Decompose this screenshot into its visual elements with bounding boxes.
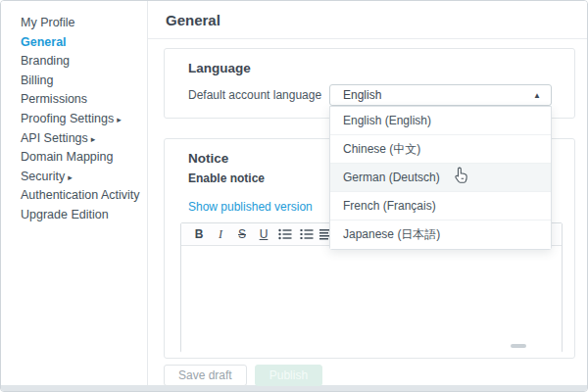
underline-button[interactable]: U: [254, 225, 273, 244]
language-option-german[interactable]: German (Deutsch): [330, 164, 551, 192]
submenu-arrow-icon: ▸: [91, 134, 96, 144]
sidebar-item-my-profile[interactable]: My Profile: [1, 14, 147, 33]
sidebar-item-general[interactable]: General: [1, 33, 147, 53]
publish-button[interactable]: Publish: [255, 365, 322, 386]
language-card-title: Language: [188, 61, 251, 75]
settings-sidebar: My Profile General Branding Billing Perm…: [1, 1, 148, 386]
sidebar-item-api-settings[interactable]: API Settings▸: [1, 129, 147, 149]
page-title: General: [166, 12, 220, 28]
editor-resize-grip[interactable]: [511, 344, 526, 348]
italic-button[interactable]: I: [211, 225, 230, 244]
selected-language-value: English: [343, 88, 381, 102]
sidebar-item-billing[interactable]: Billing: [1, 72, 147, 91]
submenu-arrow-icon: ▸: [68, 172, 73, 182]
bold-button[interactable]: B: [189, 225, 209, 244]
notice-card-title: Notice: [188, 151, 228, 166]
sidebar-item-proofing-settings[interactable]: Proofing Settings▸: [1, 110, 147, 129]
show-published-version-link[interactable]: Show published version: [188, 200, 313, 214]
editor-text-area[interactable]: [181, 246, 562, 353]
default-language-select[interactable]: English ▲: [329, 84, 552, 106]
sidebar-item-upgrade-edition[interactable]: Upgrade Edition: [1, 206, 147, 225]
submenu-arrow-icon: ▸: [117, 115, 122, 124]
sidebar-item-security[interactable]: Security▸: [1, 168, 147, 187]
default-language-label: Default account language: [188, 88, 321, 102]
sidebar-item-domain-mapping[interactable]: Domain Mapping: [1, 148, 147, 168]
settings-window: My Profile General Branding Billing Perm…: [0, 0, 588, 392]
language-dropdown-menu: English (English) Chinese (中文) German (D…: [329, 106, 552, 250]
enable-notice-label: Enable notice: [188, 172, 265, 185]
save-draft-button[interactable]: Save draft: [164, 365, 247, 386]
sidebar-item-permissions[interactable]: Permissions: [1, 90, 147, 110]
language-option-english[interactable]: English (English): [330, 107, 551, 135]
language-option-chinese[interactable]: Chinese (中文): [330, 135, 551, 164]
language-option-french[interactable]: French (Français): [330, 192, 551, 220]
unordered-list-icon[interactable]: [275, 225, 295, 244]
language-option-japanese[interactable]: Japanese (日本語): [330, 220, 551, 249]
sidebar-item-branding[interactable]: Branding: [1, 52, 147, 72]
ordered-list-icon[interactable]: [297, 225, 317, 244]
title-divider: [148, 38, 588, 39]
hand-pointer-cursor-icon: [453, 167, 469, 196]
notice-actions: Save draft Publish: [164, 365, 322, 386]
strikethrough-button[interactable]: S: [232, 225, 252, 244]
chevron-up-icon: ▲: [533, 91, 541, 100]
sidebar-item-authentication-activity[interactable]: Authentication Activity: [1, 186, 147, 206]
